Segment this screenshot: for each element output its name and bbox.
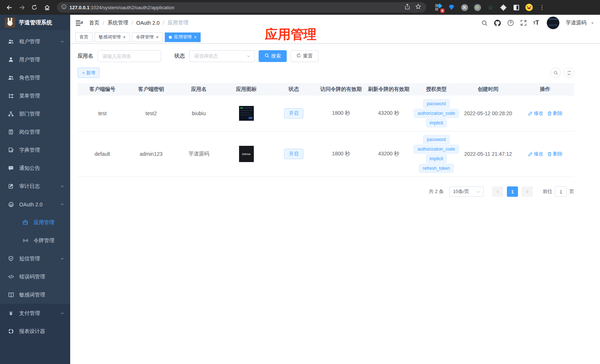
browser-sidepanel-icon[interactable] xyxy=(512,3,520,11)
tab-应用管理[interactable]: 应用管理× xyxy=(165,32,201,42)
close-tab-icon[interactable]: × xyxy=(156,35,158,40)
applications-table: 客户端编号客户端密钥应用名应用图标状态访问令牌的有效期刷新令牌的有效期授权类型创… xyxy=(78,83,574,177)
browser-profile-avatar[interactable] xyxy=(525,3,533,11)
reset-button[interactable]: 重置 xyxy=(290,50,318,62)
grant-type-tag: authorization_code xyxy=(414,109,458,118)
add-button[interactable]: + 新增 xyxy=(78,68,100,78)
sidebar-item-oauth-app[interactable]: 应用管理 xyxy=(0,213,70,231)
sidebar-item-errcode[interactable]: 错误码管理 xyxy=(0,268,70,286)
column-header: 应用图标 xyxy=(222,86,270,93)
briefcase-icon xyxy=(22,220,28,225)
cell-status: 开启 xyxy=(270,104,317,122)
sidebar-item-sensitive[interactable]: 敏感词管理 xyxy=(0,286,70,304)
sidebar-item-notice[interactable]: 通知公告 xyxy=(0,159,70,177)
sidebar-item-post[interactable]: 岗位管理 xyxy=(0,123,70,141)
cell-access-token-ttl: 1800 秒 xyxy=(317,106,365,120)
extension-green-star-icon[interactable]: ☆ xyxy=(486,3,494,11)
extension-badge: 9 xyxy=(440,8,444,13)
help-icon[interactable] xyxy=(507,20,514,26)
sidebar-item-audit[interactable]: 审计日志 xyxy=(0,177,70,195)
header-search-icon[interactable] xyxy=(481,20,488,26)
sidebar-item-menu[interactable]: 菜单管理 xyxy=(0,87,70,105)
prev-page-button[interactable] xyxy=(492,186,503,197)
extension-gem-icon[interactable] xyxy=(447,3,456,11)
app-icon-screenshot xyxy=(239,106,254,121)
sidebar-item-role[interactable]: 角色管理 xyxy=(0,69,70,87)
site-info-icon[interactable] xyxy=(61,4,67,11)
edit-button[interactable]: 修改 xyxy=(528,151,543,157)
chevron-down-icon xyxy=(476,190,480,194)
search-button[interactable]: 搜索 xyxy=(259,50,287,62)
app-name-input[interactable] xyxy=(98,50,161,62)
cell-client-id: default xyxy=(78,147,127,161)
share-icon[interactable] xyxy=(405,4,410,11)
toggle-search-button[interactable] xyxy=(550,68,561,78)
tab-首页[interactable]: 首页 xyxy=(75,32,92,42)
github-icon[interactable] xyxy=(494,20,501,27)
sidebar-item-pay[interactable]: ¥支付管理 xyxy=(0,304,70,322)
shield-icon xyxy=(8,256,14,261)
sidebar-item-tenant[interactable]: 租户管理 xyxy=(0,32,70,51)
goto-page-input[interactable] xyxy=(555,186,567,197)
sidebar-menu: 租户管理用户管理角色管理菜单管理部门管理岗位管理字典管理通知公告审计日志OAut… xyxy=(0,30,70,364)
close-tab-icon[interactable]: × xyxy=(194,35,197,40)
browser-home-icon[interactable] xyxy=(41,2,52,13)
breadcrumb-item[interactable]: 系统管理 xyxy=(108,20,128,26)
user-icon xyxy=(8,57,14,62)
status-select[interactable]: 请选择状态 xyxy=(189,50,255,62)
extensions-puzzle-icon[interactable] xyxy=(499,3,507,11)
tab-令牌管理[interactable]: 令牌管理× xyxy=(132,32,163,42)
sidebar-item-oauth[interactable]: OAuth 2.0 xyxy=(0,195,70,213)
extension-record-icon[interactable] xyxy=(473,3,481,11)
table-row: defaultadmin123芋道源码GitHub开启1800 秒43200 秒… xyxy=(78,131,574,177)
sidebar-item-dept[interactable]: 部门管理 xyxy=(0,105,70,123)
app-name-label: 应用名 xyxy=(78,53,93,59)
token-icon xyxy=(22,238,28,243)
browser-forward-icon[interactable] xyxy=(16,2,27,13)
sidebar-item-dict[interactable]: 字典管理 xyxy=(0,141,70,159)
breadcrumb-item[interactable]: OAuth 2.0 xyxy=(136,20,160,26)
font-size-icon[interactable]: TT xyxy=(533,20,539,26)
cell-refresh-token-ttl: 43200 秒 xyxy=(365,147,413,161)
browser-menu-icon[interactable]: ⋮ xyxy=(538,3,546,11)
address-bar[interactable]: 127.0.0.1:1024/system/oauth2/oauth2/appl… xyxy=(57,2,426,13)
sidebar-item-report[interactable]: 报表设计器 xyxy=(0,322,70,340)
table-row: testtest2biubiu开启1800 秒43200 秒passwordau… xyxy=(78,96,574,131)
fullscreen-icon[interactable] xyxy=(520,20,527,26)
grant-type-tag: refresh_token xyxy=(419,164,453,173)
next-page-button[interactable] xyxy=(522,186,533,197)
bookmark-star-icon[interactable] xyxy=(415,4,421,11)
delete-button[interactable]: 删除 xyxy=(547,110,563,117)
browser-back-icon[interactable] xyxy=(4,2,15,13)
cell-app-icon xyxy=(222,102,270,124)
plus-icon: + xyxy=(82,70,85,76)
pagination-total: 共 2 条 xyxy=(429,188,444,195)
page-number-1[interactable]: 1 xyxy=(507,186,518,197)
browser-reload-icon[interactable] xyxy=(29,2,40,13)
user-menu-caret-icon[interactable] xyxy=(590,21,594,25)
cell-actions: 修改删除 xyxy=(516,147,574,161)
table-header-row: 客户端编号客户端密钥应用名应用图标状态访问令牌的有效期刷新令牌的有效期授权类型创… xyxy=(78,83,574,96)
refresh-table-button[interactable] xyxy=(564,68,574,78)
breadcrumb-item[interactable]: 首页 xyxy=(89,20,99,26)
extension-command-icon[interactable]: ⌘ xyxy=(460,3,468,11)
page-suffix: 页 xyxy=(569,188,574,195)
close-tab-icon[interactable]: × xyxy=(123,35,126,40)
sidebar-collapse-icon[interactable] xyxy=(76,20,83,26)
tab-敏感词管理[interactable]: 敏感词管理× xyxy=(95,32,130,42)
main-area: 应用管理 首页/系统管理/OAuth 2.0/应用管理 TT 芋道源码 首页敏感… xyxy=(70,15,600,364)
app-logo: 芋道管理系统 xyxy=(0,15,70,30)
user-avatar[interactable] xyxy=(547,17,559,29)
message-icon xyxy=(8,165,14,171)
extension-tampermonkey-icon[interactable]: 9 xyxy=(434,3,443,11)
delete-button[interactable]: 删除 xyxy=(547,151,563,157)
cell-created-time: 2022-05-12 00:28:20 xyxy=(460,107,516,120)
openbook-icon xyxy=(8,292,14,298)
top-navbar: 首页/系统管理/OAuth 2.0/应用管理 TT 芋道源码 xyxy=(70,15,600,31)
sidebar-item-sms[interactable]: 短信管理 xyxy=(0,250,70,268)
page-size-select[interactable]: 10条/页 xyxy=(450,186,484,197)
edit-button[interactable]: 修改 xyxy=(528,110,543,117)
sidebar-item-user[interactable]: 用户管理 xyxy=(0,51,70,69)
sidebar-item-oauth-token[interactable]: 令牌管理 xyxy=(0,231,70,250)
column-header: 刷新令牌的有效期 xyxy=(365,86,413,93)
